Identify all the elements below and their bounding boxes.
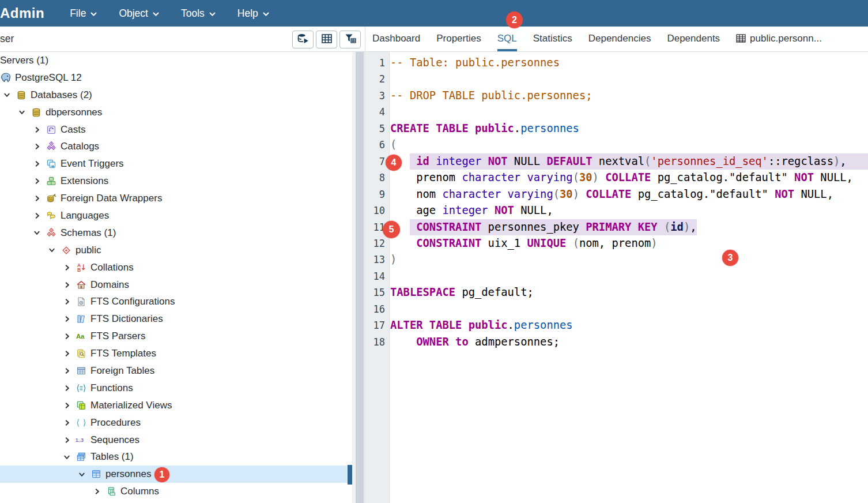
svg-text:1..3: 1..3 [76, 437, 84, 443]
tree-item-fts-templates[interactable]: FTS Templates [0, 345, 352, 362]
tree-item-casts[interactable]: Casts [0, 121, 352, 138]
tree-item-event-triggers[interactable]: Event Triggers [0, 155, 352, 172]
tree-item-languages[interactable]: Languages [0, 207, 352, 224]
view-data-button[interactable] [316, 31, 337, 48]
chevron-right-icon[interactable] [63, 316, 70, 322]
filter-table-icon [344, 33, 357, 47]
menu-object[interactable]: Object [119, 7, 159, 20]
tree-item-collations[interactable]: ABCollations [0, 259, 352, 276]
annotation-badge-4: 4 [386, 155, 402, 171]
code-line: 11 CONSTRAINT personnes_pkey PRIMARY KEY… [365, 219, 868, 235]
tree-item-schemas-1[interactable]: Schemas (1) [0, 224, 352, 242]
code-line: 17ALTER TABLE public.personnes [365, 317, 868, 333]
tree-item-label: Functions [90, 382, 133, 394]
tree-item-fts-dictionaries[interactable]: FTS Dictionaries [0, 310, 352, 328]
chevron-right-icon[interactable] [63, 402, 70, 409]
tree-item-fts-parsers[interactable]: AaFTS Parsers [0, 328, 352, 345]
code-line-content [390, 71, 868, 87]
tree-item-label: dbpersonnes [46, 107, 102, 118]
tree-item-label: Casts [61, 124, 85, 136]
code-line: 18 OWNER to admpersonnes; [365, 334, 868, 350]
tab-label: public.personn... [750, 33, 822, 44]
code-line-content: -- Table: public.personnes [390, 55, 868, 71]
tree-item-label: Columns [120, 486, 159, 497]
chevron-right-icon[interactable] [63, 298, 70, 305]
tree-item-catalogs[interactable]: Catalogs [0, 138, 352, 155]
tree-item-domains[interactable]: Domains [0, 276, 352, 294]
sql-editor[interactable]: 1-- Table: public.personnes23-- DROP TAB… [365, 52, 868, 503]
tree-item-postgresql-12[interactable]: PostgreSQL 12 [0, 69, 352, 87]
line-number: 17 [365, 317, 390, 333]
chevron-right-icon[interactable] [63, 419, 70, 426]
tab-statistics[interactable]: Statistics [533, 27, 572, 51]
tree-item-functions[interactable]: Functions [0, 380, 352, 397]
tree-item-extensions[interactable]: Extensions [0, 172, 352, 190]
chevron-down-icon[interactable] [48, 247, 55, 253]
tree-item-procedures[interactable]: Procedures [0, 414, 352, 431]
chevron-right-icon[interactable] [33, 126, 40, 133]
menu-help[interactable]: Help [237, 7, 269, 20]
tree-item-foreign-data-wrappers[interactable]: Foreign Data Wrappers [0, 190, 352, 207]
tab-properties[interactable]: Properties [436, 27, 481, 51]
tree-item-columns[interactable]: Columns [0, 483, 352, 500]
tree-item-materialized-views[interactable]: Materialized Views [0, 397, 352, 414]
code-line-content: id integer NOT NULL DEFAULT nextval('per… [390, 153, 868, 170]
tree-item-public[interactable]: public [0, 242, 352, 259]
tree-item-servers-1[interactable]: Servers (1) [0, 52, 352, 69]
tab-sql[interactable]: SQL [497, 27, 517, 51]
chevron-right-icon[interactable] [63, 437, 70, 444]
tree-item-label: Languages [61, 210, 109, 222]
tree-item-personnes[interactable]: personnes [0, 466, 352, 483]
tree-item-sequences[interactable]: 1..3Sequences [0, 431, 352, 449]
menu-file[interactable]: File [70, 7, 97, 20]
database-gold-icon [31, 107, 42, 118]
chevron-down-icon[interactable] [33, 230, 40, 236]
chevron-right-icon[interactable] [93, 488, 100, 495]
tree-item-dbpersonnes[interactable]: dbpersonnes [0, 104, 352, 121]
chevron-right-icon[interactable] [33, 212, 40, 219]
chevron-right-icon[interactable] [33, 143, 40, 150]
tree-item-label: Servers (1) [0, 55, 48, 66]
tab-dashboard[interactable]: Dashboard [372, 27, 420, 51]
chevron-right-icon[interactable] [33, 195, 40, 202]
chevron-down-icon[interactable] [63, 454, 70, 460]
line-number: 13 [365, 252, 390, 268]
tab-dependents[interactable]: Dependents [667, 27, 720, 51]
filtered-rows-button[interactable] [339, 31, 361, 48]
tree-item-foreign-tables[interactable]: Foreign Tables [0, 362, 352, 380]
code-line: 12 CONSTRAINT uix_1 UNIQUE (nom, prenom) [365, 235, 868, 252]
menu-tools[interactable]: Tools [181, 7, 216, 20]
line-number: 2 [365, 71, 390, 87]
chevron-right-icon[interactable] [63, 385, 70, 392]
tree-item-databases-2[interactable]: Databases (2) [0, 87, 352, 104]
fts-parsers-icon: Aa [76, 331, 87, 341]
tree-item-label: Event Triggers [61, 158, 124, 170]
chevron-right-icon[interactable] [63, 264, 70, 271]
chevron-right-icon[interactable] [63, 333, 70, 340]
tab-public-personn[interactable]: public.personn... [736, 27, 822, 51]
code-line-content: OWNER to admpersonnes; [390, 334, 868, 350]
chevron-right-icon[interactable] [63, 350, 70, 357]
sidebar-scrollbar-thumb[interactable] [348, 465, 352, 485]
tree-item-fts-configurations[interactable]: FTS Configurations [0, 293, 352, 310]
chevron-down-icon[interactable] [78, 471, 85, 478]
chevron-right-icon[interactable] [33, 160, 40, 167]
tab-dependencies[interactable]: Dependencies [588, 27, 651, 51]
code-line: 16 [365, 301, 868, 317]
tree-item-tables-1[interactable]: Tables (1) [0, 448, 352, 466]
chevron-right-icon[interactable] [33, 178, 40, 185]
chevron-down-icon[interactable] [18, 109, 25, 115]
line-number: 9 [365, 186, 390, 202]
code-line-content: age integer NOT NULL, [390, 202, 868, 219]
code-line-content: nom character varying(30) COLLATE pg_cat… [390, 186, 868, 202]
sequences-icon: 1..3 [76, 435, 87, 445]
panel-splitter[interactable] [352, 52, 365, 503]
chevron-down-icon[interactable] [3, 92, 10, 98]
tree-item-label: Databases (2) [31, 89, 92, 101]
query-tool-button[interactable] [292, 31, 314, 48]
chevron-right-icon[interactable] [63, 367, 70, 374]
line-number: 3 [365, 88, 390, 104]
extensions-icon [46, 176, 57, 186]
code-line-content [390, 268, 868, 284]
chevron-right-icon[interactable] [63, 281, 70, 288]
